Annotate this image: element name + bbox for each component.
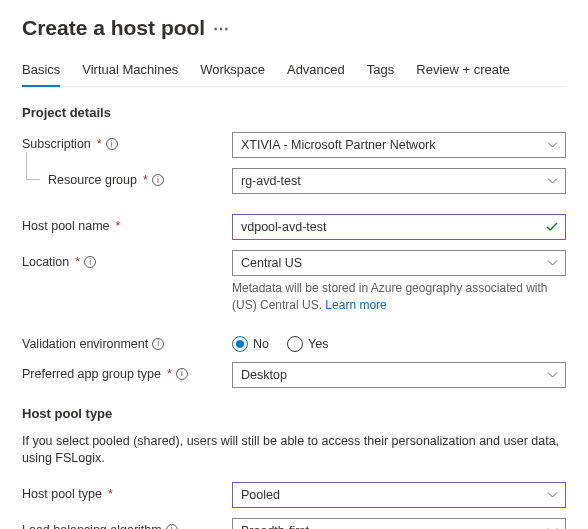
info-icon[interactable]: i [166, 524, 178, 529]
host-pool-name-input[interactable]: vdpool-avd-test [232, 214, 566, 240]
page-title: Create a host pool ⋯ [22, 16, 566, 40]
subscription-label: Subscription* i [22, 132, 232, 151]
app-group-type-label: Preferred app group type* i [22, 362, 232, 381]
chevron-down-icon [547, 260, 558, 267]
resource-group-label: Resource group* i [22, 168, 232, 187]
section-project-details: Project details [22, 105, 566, 120]
chevron-down-icon [547, 371, 558, 378]
location-label: Location* i [22, 250, 232, 269]
load-balancing-select[interactable]: Breadth-first [232, 518, 566, 529]
validation-no-radio[interactable]: No [232, 336, 269, 352]
tab-virtual-machines[interactable]: Virtual Machines [82, 62, 178, 86]
host-pool-type-label: Host pool type* [22, 482, 232, 501]
info-icon[interactable]: i [152, 338, 164, 350]
info-icon[interactable]: i [106, 138, 118, 150]
chevron-down-icon [547, 491, 558, 498]
resource-group-select[interactable]: rg-avd-test [232, 168, 566, 194]
location-help-text: Metadata will be stored in Azure geograp… [232, 280, 566, 314]
host-pool-name-label: Host pool name* [22, 214, 232, 233]
validation-env-label: Validation environment i [22, 332, 232, 351]
chevron-down-icon [547, 178, 558, 185]
tab-workspace[interactable]: Workspace [200, 62, 265, 86]
tab-review-create[interactable]: Review + create [416, 62, 510, 86]
tab-bar: Basics Virtual Machines Workspace Advanc… [22, 62, 566, 87]
check-icon [546, 222, 558, 232]
load-balancing-label: Load balancing algorithm i [22, 518, 232, 529]
location-select[interactable]: Central US [232, 250, 566, 276]
info-icon[interactable]: i [152, 174, 164, 186]
subscription-select[interactable]: XTIVIA - Microsoft Partner Network [232, 132, 566, 158]
tree-line-icon [26, 152, 40, 180]
tab-advanced[interactable]: Advanced [287, 62, 345, 86]
chevron-down-icon [547, 142, 558, 149]
more-icon[interactable]: ⋯ [213, 19, 230, 38]
tab-tags[interactable]: Tags [367, 62, 394, 86]
app-group-type-select[interactable]: Desktop [232, 362, 566, 388]
section-host-pool-type: Host pool type [22, 406, 566, 421]
host-pool-type-description: If you select pooled (shared), users wil… [22, 433, 566, 468]
info-icon[interactable]: i [84, 256, 96, 268]
learn-more-link[interactable]: Learn more [325, 298, 386, 312]
host-pool-type-select[interactable]: Pooled [232, 482, 566, 508]
info-icon[interactable]: i [176, 368, 188, 380]
validation-yes-radio[interactable]: Yes [287, 336, 328, 352]
validation-env-radio-group: No Yes [232, 332, 566, 352]
tab-basics[interactable]: Basics [22, 62, 60, 87]
